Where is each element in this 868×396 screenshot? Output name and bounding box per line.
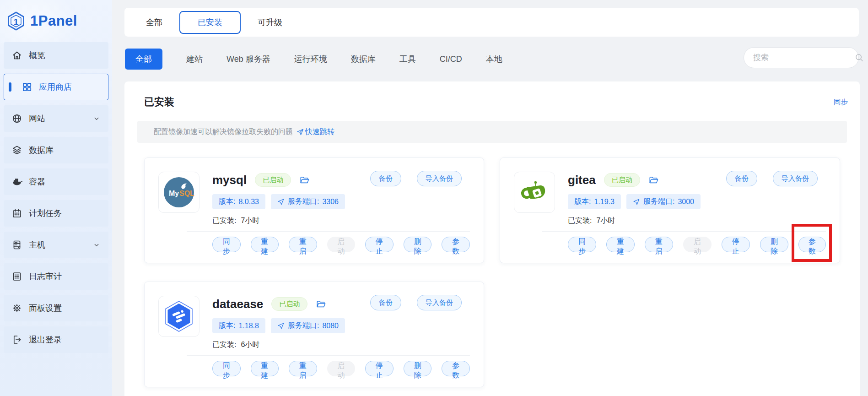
port-value: 8080 [322, 322, 339, 330]
delete-button[interactable]: 删除 [404, 237, 432, 252]
sidebar-item-container[interactable]: 容器 [4, 168, 108, 195]
chevron-down-icon [92, 241, 101, 249]
logout-icon [11, 334, 22, 345]
params-button[interactable]: 参数 [798, 237, 826, 252]
globe-icon [11, 113, 22, 124]
sidebar-item-website[interactable]: 网站 [4, 105, 108, 132]
stop-button[interactable]: 停止 [365, 361, 394, 376]
view-tabbar: 全部 已安装 可升级 [124, 8, 859, 37]
search-input[interactable] [753, 53, 854, 62]
params-button[interactable]: 参数 [442, 361, 470, 376]
status-badge: 已启动 [604, 173, 640, 187]
sync-link[interactable]: 同步 [834, 98, 848, 107]
sidebar-item-label: 退出登录 [29, 334, 62, 345]
rebuild-button[interactable]: 重建 [606, 237, 635, 252]
port-value: 3306 [322, 198, 339, 206]
sidebar-item-host[interactable]: 主机 [4, 232, 108, 258]
tab-all[interactable]: 全部 [134, 17, 175, 28]
card-divider [542, 231, 826, 232]
import-backup-button[interactable]: 导入备份 [417, 295, 462, 310]
port-tag[interactable]: 服务端口: 3000 [626, 194, 701, 209]
category-cicd[interactable]: CI/CD [440, 54, 462, 64]
category-local[interactable]: 本地 [486, 54, 502, 65]
sidebar-item-audit-logs[interactable]: 日志审计 [4, 263, 108, 290]
quick-jump-label: 快速跳转 [305, 127, 334, 137]
sidebar-item-label: 应用商店 [39, 81, 72, 92]
port-tag[interactable]: 服务端口: 3306 [271, 194, 345, 209]
sidebar-item-cron-jobs[interactable]: 计划任务 [4, 200, 108, 227]
sidebar-item-label: 数据库 [29, 145, 54, 156]
card-divider [187, 231, 470, 232]
active-indicator [9, 82, 11, 92]
sync-button[interactable]: 同步 [212, 361, 241, 376]
sync-button[interactable]: 同步 [568, 237, 596, 252]
calendar-icon [11, 208, 22, 219]
sidebar-item-database[interactable]: 数据库 [4, 137, 108, 163]
port-tag[interactable]: 服务端口: 8080 [271, 318, 345, 333]
category-web-server[interactable]: Web 服务器 [226, 54, 270, 65]
sidebar-item-app-store[interactable]: 应用商店 [4, 74, 108, 100]
installed-duration: 已安装: 6小时 [212, 340, 470, 350]
settings-gear-icon [11, 303, 22, 314]
app-name: dataease [212, 297, 263, 311]
database-layers-icon [11, 145, 22, 156]
quick-jump-link[interactable]: 快速跳转 [297, 127, 334, 137]
app-grid-icon [22, 81, 32, 92]
app-cards-grid: My SQL mysql 已启动 [144, 157, 860, 387]
app-card-gitea: gitea 已启动 版本: 1.19.3 [500, 157, 840, 263]
backup-button[interactable]: 备份 [370, 171, 401, 186]
sidebar-nav: 概览 应用商店 网站 [0, 42, 112, 353]
gitea-logo [514, 172, 555, 213]
delete-button[interactable]: 删除 [404, 361, 432, 376]
banner-text: 配置镜像加速可以解决镜像拉取失败的问题 [154, 127, 293, 137]
backup-button[interactable]: 备份 [370, 295, 401, 310]
sidebar-item-label: 主机 [29, 239, 45, 250]
installed-duration: 已安装: 7小时 [212, 216, 470, 226]
backup-button[interactable]: 备份 [726, 171, 757, 186]
start-button: 启动 [327, 361, 356, 376]
sync-button[interactable]: 同步 [212, 237, 241, 252]
send-icon [277, 322, 285, 330]
home-icon [11, 50, 22, 61]
sidebar-item-label: 日志审计 [29, 271, 62, 282]
folder-icon[interactable] [316, 299, 326, 309]
sidebar-item-logout[interactable]: 退出登录 [4, 326, 108, 353]
category-tools[interactable]: 工具 [399, 54, 416, 65]
folder-icon[interactable] [299, 175, 309, 184]
card-divider [187, 355, 470, 356]
stop-button[interactable]: 停止 [722, 237, 750, 252]
mirror-hint-banner: 配置镜像加速可以解决镜像拉取失败的问题 快速跳转 [137, 121, 847, 143]
sidebar-item-panel-settings[interactable]: 面板设置 [4, 295, 108, 321]
tab-upgradable[interactable]: 可升级 [245, 17, 295, 28]
version-value: 1.19.3 [594, 198, 614, 206]
rebuild-button[interactable]: 重建 [251, 361, 279, 376]
stop-button[interactable]: 停止 [365, 237, 394, 252]
sidebar-item-overview[interactable]: 概览 [4, 42, 108, 69]
send-icon [297, 128, 304, 136]
category-all[interactable]: 全部 [125, 49, 162, 70]
sidebar-item-label: 容器 [29, 176, 45, 187]
import-backup-button[interactable]: 导入备份 [417, 171, 462, 186]
svg-text:SQL: SQL [179, 190, 194, 197]
rebuild-button[interactable]: 重建 [251, 237, 279, 252]
mysql-logo: My SQL [158, 172, 199, 213]
sidebar-item-label: 面板设置 [29, 303, 62, 314]
app-name: mysql [212, 173, 247, 187]
restart-button[interactable]: 重启 [289, 361, 317, 376]
delete-button[interactable]: 删除 [760, 237, 788, 252]
category-runtime[interactable]: 运行环境 [294, 54, 327, 65]
category-website[interactable]: 建站 [186, 54, 203, 65]
restart-button[interactable]: 重启 [289, 237, 317, 252]
category-database[interactable]: 数据库 [351, 54, 376, 65]
params-button[interactable]: 参数 [442, 237, 470, 252]
status-badge: 已启动 [271, 297, 307, 311]
tab-installed[interactable]: 已安装 [179, 11, 241, 34]
chevron-down-icon [92, 114, 101, 123]
send-icon [633, 198, 640, 206]
host-server-icon [11, 239, 22, 250]
sidebar-item-label: 计划任务 [29, 208, 62, 219]
restart-button[interactable]: 重启 [645, 237, 673, 252]
folder-icon[interactable] [648, 175, 658, 184]
import-backup-button[interactable]: 导入备份 [773, 171, 818, 186]
search-icon [854, 53, 864, 63]
